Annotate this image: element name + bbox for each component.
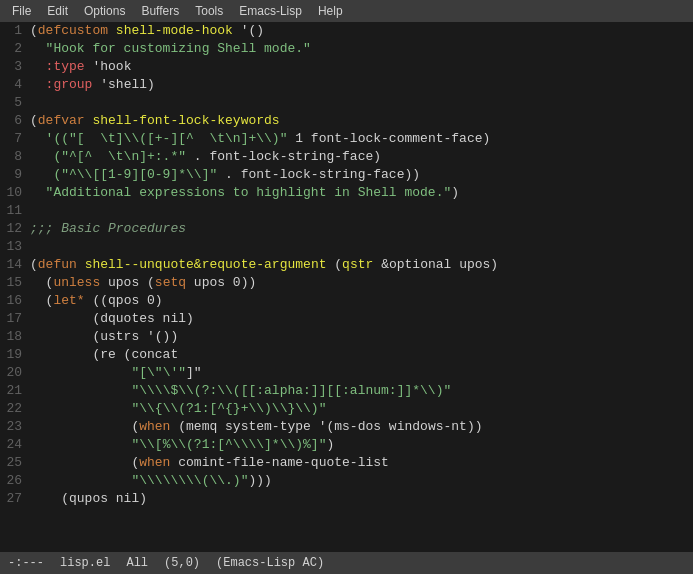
code-token: "\\[%\\(?1:[^\\\\]*\\)%]" (131, 437, 326, 452)
code-token (30, 383, 131, 398)
code-line-22: 22 "\\{\\(?1:[^{}+\\)\\}\\)" (0, 400, 693, 418)
menu-item-buffers[interactable]: Buffers (133, 2, 187, 20)
code-token: ) (451, 185, 459, 200)
code-token: . font-lock-string-face)) (217, 167, 420, 182)
code-line-1: 1(defcustom shell-mode-hook '() (0, 22, 693, 40)
code-line-14: 14(defun shell--unquote&requote-argument… (0, 256, 693, 274)
line-number: 11 (0, 202, 28, 220)
line-content: "Additional expressions to highlight in … (28, 184, 693, 202)
code-token: (ustrs '()) (30, 329, 178, 344)
line-number: 5 (0, 94, 28, 112)
code-token: shell-font-lock-keywords (92, 113, 279, 128)
code-token (30, 365, 131, 380)
code-token: 'hook (85, 59, 132, 74)
line-number: 2 (0, 40, 28, 58)
line-number: 8 (0, 148, 28, 166)
code-token: "\\\\\\\\(\\.)" (131, 473, 248, 488)
line-content: (when comint-file-name-quote-list (28, 454, 693, 472)
code-token: 'shell) (92, 77, 154, 92)
line-content: (when (memq system-type '(ms-dos windows… (28, 418, 693, 436)
line-content: ;;; Basic Procedures (28, 220, 693, 238)
status-position: (5,0) (164, 556, 200, 570)
code-token: ) (326, 437, 334, 452)
code-token: ( (30, 113, 38, 128)
menu-item-edit[interactable]: Edit (39, 2, 76, 20)
line-content: (dquotes nil) (28, 310, 693, 328)
code-token: upos 0)) (186, 275, 256, 290)
code-token: ( (30, 23, 38, 38)
line-content (28, 238, 693, 256)
line-number: 24 (0, 436, 28, 454)
menu-item-file[interactable]: File (4, 2, 39, 20)
code-token: ]" (186, 365, 202, 380)
code-token: (memq system-type '(ms-dos windows-nt)) (170, 419, 482, 434)
line-content: (ustrs '()) (28, 328, 693, 346)
line-content: "\\[%\\(?1:[^\\\\]*\\)%]") (28, 436, 693, 454)
code-token: '(("[ \t]\\([+-][^ \t\n]+\\)" (30, 131, 287, 146)
code-token: ( (30, 455, 139, 470)
code-token: 1 font-lock-comment-face) (287, 131, 490, 146)
code-token: upos) (451, 257, 498, 272)
line-content: :group 'shell) (28, 76, 693, 94)
line-content: "\\\\\\\\(\\.)"))) (28, 472, 693, 490)
editor-area: 1(defcustom shell-mode-hook '()2 "Hook f… (0, 22, 693, 552)
menu-item-emacs-lisp[interactable]: Emacs-Lisp (231, 2, 310, 20)
code-token: ;;; Basic Procedures (30, 221, 186, 236)
status-filename: lisp.el (60, 556, 110, 570)
line-content: (defcustom shell-mode-hook '() (28, 22, 693, 40)
line-number: 7 (0, 130, 28, 148)
code-line-12: 12;;; Basic Procedures (0, 220, 693, 238)
code-token: shell-mode-hook (116, 23, 233, 38)
code-token: defcustom (38, 23, 108, 38)
code-line-9: 9 ("^\\[[1-9][0-9]*\\]" . font-lock-stri… (0, 166, 693, 184)
code-token: ("^[^ \t\n]+:.*" (30, 149, 186, 164)
line-content: ("^[^ \t\n]+:.*" . font-lock-string-face… (28, 148, 693, 166)
code-token: (dquotes nil) (30, 311, 194, 326)
code-token (30, 185, 46, 200)
code-token: setq (155, 275, 186, 290)
line-number: 16 (0, 292, 28, 310)
code-token: :group (46, 77, 93, 92)
code-token: when (139, 419, 170, 434)
menu-bar: FileEditOptionsBuffersToolsEmacs-LispHel… (0, 0, 693, 22)
code-token (30, 77, 46, 92)
menu-item-options[interactable]: Options (76, 2, 133, 20)
code-token: "Hook for customizing Shell mode." (30, 41, 311, 56)
line-number: 20 (0, 364, 28, 382)
code-token: upos ( (100, 275, 155, 290)
line-number: 26 (0, 472, 28, 490)
status-mode: -:--- (8, 556, 44, 570)
line-number: 27 (0, 490, 28, 508)
line-number: 10 (0, 184, 28, 202)
code-line-3: 3 :type 'hook (0, 58, 693, 76)
code-token: '() (233, 23, 264, 38)
code-token (108, 23, 116, 38)
code-token: qstr (342, 257, 373, 272)
code-line-13: 13 (0, 238, 693, 256)
code-token (30, 401, 131, 416)
code-line-20: 20 "[\"\'"]" (0, 364, 693, 382)
code-token (77, 257, 85, 272)
code-token (30, 59, 46, 74)
line-number: 21 (0, 382, 28, 400)
code-token: shell--unquote&requote-argument (85, 257, 327, 272)
code-token (30, 473, 131, 488)
menu-item-tools[interactable]: Tools (187, 2, 231, 20)
code-line-26: 26 "\\\\\\\\(\\.)"))) (0, 472, 693, 490)
code-token (30, 437, 131, 452)
code-line-27: 27 (qupos nil) (0, 490, 693, 508)
code-token: unless (53, 275, 100, 290)
line-content: "\\\\$\\(?:\\([[:alpha:]][[:alnum:]]*\\)… (28, 382, 693, 400)
code-token: ((qpos 0) (85, 293, 163, 308)
status-bar: -:--- lisp.el All (5,0) (Emacs-Lisp AC) (0, 552, 693, 574)
line-content: ("^\\[[1-9][0-9]*\\]" . font-lock-string… (28, 166, 693, 184)
code-token: "\\{\\(?1:[^{}+\\)\\}\\)" (131, 401, 326, 416)
code-token: defvar (38, 113, 85, 128)
line-content: (defvar shell-font-lock-keywords (28, 112, 693, 130)
code-line-15: 15 (unless upos (setq upos 0)) (0, 274, 693, 292)
line-number: 15 (0, 274, 28, 292)
line-number: 1 (0, 22, 28, 40)
code-line-18: 18 (ustrs '()) (0, 328, 693, 346)
line-content: '(("[ \t]\\([+-][^ \t\n]+\\)" 1 font-loc… (28, 130, 693, 148)
menu-item-help[interactable]: Help (310, 2, 351, 20)
